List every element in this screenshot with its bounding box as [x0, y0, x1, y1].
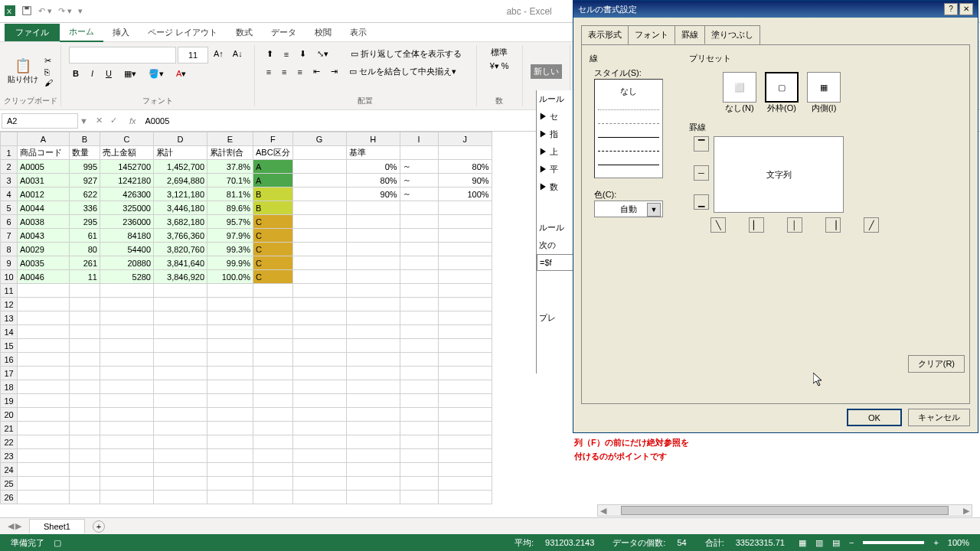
cell[interactable] — [70, 408, 100, 422]
cell[interactable] — [438, 367, 492, 380]
cell[interactable] — [253, 380, 293, 394]
cell[interactable] — [154, 284, 207, 298]
copy-icon[interactable]: ⎘ — [44, 67, 53, 77]
cell[interactable] — [400, 311, 438, 325]
cell[interactable] — [438, 284, 492, 298]
style-option[interactable] — [598, 127, 659, 138]
cell[interactable]: 売上金額 — [100, 146, 154, 160]
enter-formula-icon[interactable]: ✓ — [110, 116, 117, 126]
cell[interactable] — [292, 477, 346, 491]
col-header-d[interactable]: D — [154, 132, 207, 146]
cell[interactable]: A0035 — [18, 256, 70, 270]
cell[interactable] — [292, 201, 346, 215]
cell[interactable]: 3,446,180 — [154, 201, 207, 215]
cell[interactable] — [400, 353, 438, 367]
cell[interactable] — [292, 408, 346, 422]
cell[interactable]: ABC区分 — [253, 146, 293, 160]
cell[interactable] — [207, 367, 253, 380]
row-header[interactable]: 3 — [1, 174, 18, 187]
font-name-select[interactable] — [69, 47, 176, 64]
border-style-list[interactable]: なし — [594, 79, 663, 178]
cell[interactable] — [154, 380, 207, 394]
style-option[interactable] — [598, 168, 659, 178]
cell[interactable]: C — [253, 215, 293, 229]
cell[interactable] — [100, 477, 154, 491]
cell[interactable] — [18, 380, 70, 394]
col-header-e[interactable]: E — [207, 132, 253, 146]
cell[interactable] — [253, 284, 293, 298]
macro-record-icon[interactable]: ▢ — [54, 538, 61, 548]
cell[interactable] — [292, 367, 346, 380]
cell[interactable]: 995 — [70, 160, 100, 174]
cell[interactable]: 100.0% — [207, 270, 253, 284]
cell[interactable] — [400, 298, 438, 311]
cell[interactable] — [292, 380, 346, 394]
add-sheet-button[interactable]: + — [93, 520, 105, 533]
italic-button[interactable]: I — [87, 67, 97, 81]
cell[interactable] — [346, 201, 400, 215]
cell[interactable] — [100, 325, 154, 339]
cell[interactable] — [70, 339, 100, 353]
cell[interactable] — [18, 435, 70, 449]
cell[interactable]: 99.9% — [207, 256, 253, 270]
cell[interactable] — [18, 449, 70, 463]
cell[interactable] — [400, 449, 438, 463]
cell[interactable]: 累計 — [154, 146, 207, 160]
fx-icon[interactable]: fx — [125, 116, 141, 126]
cell[interactable] — [154, 394, 207, 408]
cell[interactable] — [207, 422, 253, 435]
cell[interactable]: 99.3% — [207, 243, 253, 256]
cell[interactable] — [70, 367, 100, 380]
cell[interactable] — [207, 463, 253, 477]
cell[interactable] — [253, 339, 293, 353]
close-button[interactable]: ✕ — [959, 3, 973, 15]
cell[interactable] — [70, 463, 100, 477]
cell[interactable] — [346, 408, 400, 422]
cell[interactable]: 100% — [438, 187, 492, 201]
cell[interactable] — [292, 311, 346, 325]
row-header[interactable]: 1 — [1, 146, 18, 160]
decrease-font-icon[interactable]: A↓ — [229, 47, 247, 64]
partial-item[interactable]: ▶ 上 — [537, 143, 576, 161]
cell[interactable]: 数量 — [70, 146, 100, 160]
cell[interactable] — [154, 339, 207, 353]
cell[interactable]: 70.1% — [207, 174, 253, 187]
row-header[interactable]: 4 — [1, 187, 18, 201]
cell[interactable] — [70, 284, 100, 298]
cell[interactable] — [100, 491, 154, 504]
cell[interactable] — [400, 270, 438, 284]
cell[interactable]: C — [253, 270, 293, 284]
align-bottom-icon[interactable]: ⬇ — [296, 47, 310, 61]
cell[interactable] — [154, 408, 207, 422]
cell[interactable]: 90% — [438, 174, 492, 187]
cell[interactable] — [438, 422, 492, 435]
clear-button[interactable]: クリア(R) — [908, 355, 965, 373]
cell[interactable] — [207, 449, 253, 463]
cell[interactable] — [253, 367, 293, 380]
border-button[interactable]: ▦▾ — [120, 67, 140, 81]
cell[interactable] — [438, 243, 492, 256]
cell[interactable]: 3,841,640 — [154, 256, 207, 270]
cell[interactable] — [346, 394, 400, 408]
partial-item[interactable]: ▶ 平 — [537, 161, 576, 178]
cell[interactable] — [253, 435, 293, 449]
cell[interactable] — [253, 463, 293, 477]
redo-icon[interactable]: ↷ ▾ — [58, 6, 72, 16]
row-header[interactable]: 15 — [1, 339, 18, 353]
cell[interactable] — [154, 463, 207, 477]
cell[interactable]: 3,121,180 — [154, 187, 207, 201]
cell[interactable] — [292, 270, 346, 284]
partial-item[interactable]: ▶ 指 — [537, 126, 576, 143]
cell[interactable] — [346, 256, 400, 270]
cell[interactable] — [18, 325, 70, 339]
col-header-h[interactable]: H — [346, 132, 400, 146]
cell[interactable]: 90% — [346, 187, 400, 201]
border-top-button[interactable]: ▔ — [694, 136, 709, 152]
cell[interactable]: 2,694,880 — [154, 174, 207, 187]
cell[interactable] — [100, 284, 154, 298]
cell[interactable]: 61 — [70, 229, 100, 243]
cell[interactable] — [207, 325, 253, 339]
cell[interactable] — [253, 353, 293, 367]
cell[interactable] — [253, 422, 293, 435]
cell[interactable] — [253, 394, 293, 408]
